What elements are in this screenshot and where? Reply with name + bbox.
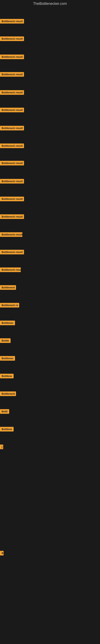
bottleneck-result-item[interactable]: Bottleneck result: [0, 54, 24, 60]
bottleneck-result-item[interactable]: Bottleneck result: [0, 179, 24, 184]
bottleneck-result-item[interactable]: Bottleneck result: [0, 232, 22, 238]
bottleneck-result-item[interactable]: Bottlenec: [0, 320, 15, 326]
bottleneck-result-item[interactable]: Bottlene: [0, 427, 14, 432]
bottleneck-badge: Bottleneck result: [0, 19, 24, 24]
bottleneck-result-item[interactable]: Bottleneck result: [0, 126, 24, 131]
bottleneck-badge: Bottleneck result: [0, 36, 24, 41]
bottleneck-badge: Bottleneck result: [0, 161, 24, 166]
bottleneck-badge: Bottleneck result: [0, 250, 24, 254]
bottleneck-result-item[interactable]: Bottlene: [0, 374, 14, 379]
bottleneck-badge: Bottleneck result: [0, 214, 24, 219]
bottleneck-result-item[interactable]: Bottleneck resu: [0, 268, 21, 273]
bottleneck-result-item[interactable]: Bottleneck result: [0, 214, 24, 220]
bottleneck-result-item[interactable]: Bottleneck result: [0, 36, 24, 42]
bottleneck-result-item[interactable]: Bottleneck result: [0, 19, 24, 24]
bottleneck-badge: Bottleneck result: [0, 108, 24, 112]
bottleneck-badge: Bottleneck result: [0, 72, 24, 77]
bottleneck-badge: B: [0, 551, 3, 556]
bottleneck-badge: Bottlenec: [0, 356, 15, 361]
bottleneck-result-item[interactable]: Bottlenec: [0, 356, 15, 362]
bottleneck-badge: Bottleneck result: [0, 144, 24, 148]
bottleneck-badge: Bottleneck result: [0, 196, 24, 201]
bottleneck-badge: Bottleneck result: [0, 126, 24, 130]
bottleneck-result-item[interactable]: Bottleneck result: [0, 161, 24, 166]
bottleneck-result-item[interactable]: |: [0, 444, 3, 450]
bottleneck-result-item[interactable]: Bottleneck re: [0, 303, 19, 308]
bottleneck-result-item[interactable]: Bottleneck result: [0, 108, 24, 113]
bottleneck-badge: Bottleneck resu: [0, 268, 21, 272]
bottleneck-result-item[interactable]: Bottleneck result: [0, 250, 24, 255]
bottleneck-badge: Bottl: [0, 409, 9, 414]
bottleneck-badge: Bottlenec: [0, 320, 15, 325]
bottleneck-badge: Bottlene: [0, 427, 14, 432]
bottleneck-badge: Bottleneck result: [0, 54, 24, 59]
bottleneck-result-item[interactable]: Bottleneck: [0, 392, 16, 397]
bottleneck-badge: Bottleneck result: [0, 232, 22, 237]
bottleneck-badge: Bottleneck: [0, 392, 16, 396]
bottleneck-result-item[interactable]: Bottleneck result: [0, 90, 24, 96]
bottleneck-badge: |: [0, 444, 3, 449]
bottleneck-badge: Bottle: [0, 338, 11, 343]
bottleneck-result-item[interactable]: Bottleneck result: [0, 196, 24, 202]
bottleneck-badge: Bottleneck re: [0, 303, 19, 308]
bottleneck-badge: Bottleneck result: [0, 90, 24, 95]
site-title: TheBottlenecker.com: [0, 0, 100, 8]
bottleneck-result-item[interactable]: Bottleneck result: [0, 72, 24, 78]
bottleneck-result-item[interactable]: Bottleneck: [0, 285, 16, 290]
bottleneck-badge: Bottleneck: [0, 285, 16, 290]
bottleneck-badge: Bottleneck result: [0, 179, 24, 184]
bottleneck-badge: Bottlene: [0, 374, 14, 378]
bottleneck-result-item[interactable]: Bottle: [0, 338, 11, 344]
bottleneck-result-item[interactable]: Bottleneck result: [0, 144, 24, 149]
bottleneck-result-item[interactable]: B: [0, 551, 3, 556]
bottleneck-result-item[interactable]: Bottl: [0, 409, 9, 414]
